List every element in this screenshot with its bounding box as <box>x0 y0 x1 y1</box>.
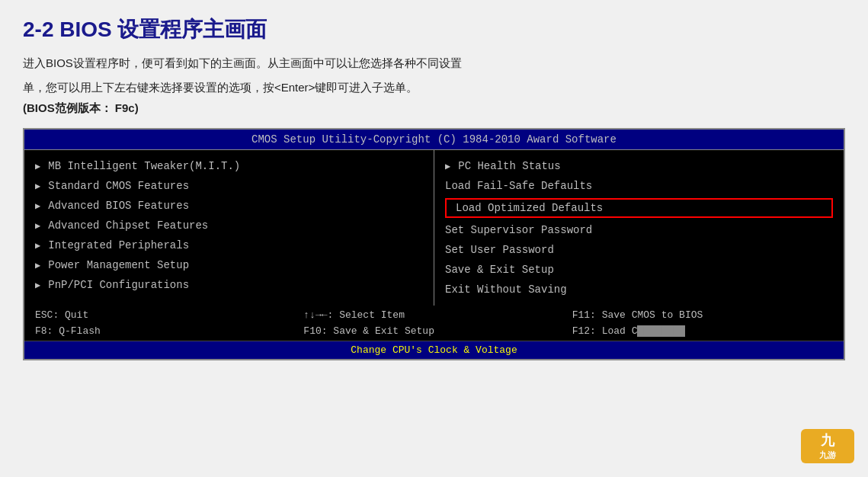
bios-left-item[interactable]: ▶Advanced BIOS Features <box>24 196 434 216</box>
arrow-icon: ▶ <box>35 280 40 291</box>
bios-item-label: PnP/PCI Configurations <box>48 279 189 291</box>
footer-f11: F11: Save CMOS to BIOS <box>569 308 836 322</box>
footer-f12: F12: Load C████ ███ <box>569 324 836 338</box>
bios-left-item[interactable]: ▶Standard CMOS Features <box>24 176 434 196</box>
bios-left-item[interactable]: ▶Power Management Setup <box>24 255 434 275</box>
arrow-icon: ▶ <box>35 260 40 271</box>
arrow-icon: ▶ <box>35 240 40 251</box>
arrow-icon: ▶ <box>35 181 40 192</box>
footer-esc: ESC: Quit <box>32 308 299 322</box>
bios-item-label: Set Supervisor Password <box>445 224 592 236</box>
bios-item-label: PC Health Status <box>458 160 560 172</box>
bios-item-label: Load Fail-Safe Defaults <box>445 180 592 192</box>
bios-left-item[interactable]: ▶PnP/PCI Configurations <box>24 275 434 295</box>
bios-item-label: Advanced Chipset Features <box>48 219 208 232</box>
bios-footer-grid: ESC: Quit ↑↓→←: Select Item F11: Save CM… <box>24 306 844 341</box>
bios-right-item[interactable]: ▶PC Health Status <box>434 156 844 176</box>
bios-item-label: Power Management Setup <box>48 259 189 271</box>
arrow-icon: ▶ <box>35 220 40 232</box>
version-note: (BIOS范例版本： F9c) <box>23 101 845 116</box>
bios-right-item[interactable]: Save & Exit Setup <box>434 260 844 280</box>
bios-item-label: Integrated Peripherals <box>48 239 189 251</box>
arrow-icon: ▶ <box>35 161 40 172</box>
bios-left-item[interactable]: ▶Integrated Peripherals <box>24 235 434 255</box>
description-line2: 单，您可以用上下左右键来选择要设置的选项，按<Enter>键即可进入子选单。 <box>23 78 845 98</box>
bios-item-label: Advanced BIOS Features <box>48 200 189 212</box>
bios-body: ▶MB Intelligent Tweaker(M.I.T.)▶Standard… <box>24 149 844 306</box>
footer-select: ↑↓→←: Select Item <box>300 308 567 322</box>
bios-right-item[interactable]: Set Supervisor Password <box>434 220 844 240</box>
bios-right-item[interactable]: Load Fail-Safe Defaults <box>434 176 844 196</box>
bios-item-label: MB Intelligent Tweaker(M.I.T.) <box>48 160 240 172</box>
bios-footer: ESC: Quit ↑↓→←: Select Item F11: Save CM… <box>24 306 844 359</box>
footer-f8: F8: Q-Flash <box>32 324 299 338</box>
watermark: 九 九游 <box>801 429 854 463</box>
bios-right-item[interactable]: Exit Without Saving <box>434 280 844 299</box>
watermark-icon: 九 九游 <box>819 432 836 461</box>
arrow-icon: ▶ <box>445 161 450 172</box>
bios-right-item-highlighted[interactable]: Load Optimized Defaults <box>445 198 833 218</box>
bios-header: CMOS Setup Utility-Copyright (C) 1984-20… <box>24 130 844 149</box>
bios-left-column: ▶MB Intelligent Tweaker(M.I.T.)▶Standard… <box>24 150 434 306</box>
bios-left-item[interactable]: ▶Advanced Chipset Features <box>24 216 434 235</box>
bios-item-label: Save & Exit Setup <box>445 264 554 276</box>
bios-left-item[interactable]: ▶MB Intelligent Tweaker(M.I.T.) <box>24 156 434 176</box>
description-line1: 进入BIOS设置程序时，便可看到如下的主画面。从主画面中可以让您选择各种不同设置 <box>23 53 845 73</box>
bios-status-bar: Change CPU's Clock & Voltage <box>24 341 844 359</box>
bios-item-label: Set User Password <box>445 244 554 256</box>
bios-right-item[interactable]: Set User Password <box>434 240 844 260</box>
bios-right-column: ▶PC Health StatusLoad Fail-Safe Defaults… <box>434 150 844 306</box>
arrow-icon: ▶ <box>35 200 40 212</box>
footer-f10: F10: Save & Exit Setup <box>300 324 567 338</box>
page-title: 2-2 BIOS 设置程序主画面 <box>23 15 845 44</box>
bios-screen: CMOS Setup Utility-Copyright (C) 1984-20… <box>23 128 845 360</box>
bios-item-label: Exit Without Saving <box>445 283 567 296</box>
bios-item-label: Standard CMOS Features <box>48 180 189 192</box>
